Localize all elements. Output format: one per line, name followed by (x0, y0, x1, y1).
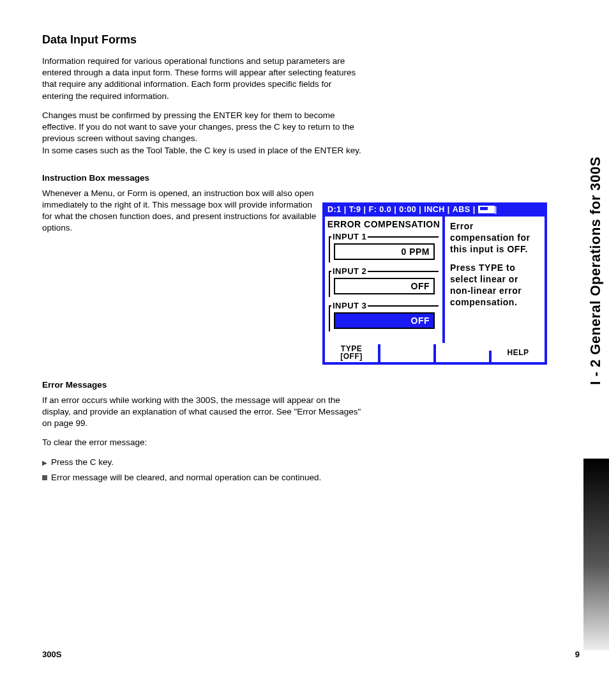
footer-model: 300S (42, 650, 61, 659)
status-f: F: 0.0 (366, 205, 395, 214)
softkey-empty[interactable] (380, 343, 433, 362)
input-3-field[interactable]: OFF (334, 312, 435, 329)
list-text: Press the C key. (51, 457, 351, 468)
input-2-group: INPUT 2 OFF (329, 266, 439, 297)
input-2-label: INPUT 2 (331, 266, 368, 276)
dro-status-bar: D:1| T:9| F: 0.0| 0:00| INCH| ABS| | (322, 202, 547, 217)
paragraph: If an error occurs while working with th… (42, 395, 361, 430)
square-bullet-icon (42, 472, 51, 483)
subheading-instruction-box: Instruction Box messages (42, 173, 400, 183)
instruction-text: Error compensation for this input is OFF… (450, 220, 539, 255)
input-1-label: INPUT 1 (331, 232, 368, 241)
input-1-field[interactable]: 0 PPM (334, 243, 435, 260)
status-d: D:1 (325, 205, 344, 214)
softkey-empty[interactable] (436, 343, 489, 362)
input-3-label: INPUT 3 (331, 301, 368, 310)
disk-icon (478, 206, 495, 213)
softkey-help[interactable]: HELP (492, 343, 545, 362)
side-tab-heading: I - 2 General Operations for 300S (587, 156, 604, 385)
status-time: 0:00 (396, 205, 419, 214)
status-mode: ABS (450, 205, 473, 214)
list-text: Error message will be cleared, and norma… (51, 472, 351, 483)
list-item: ▶ Press the C key. (42, 457, 400, 468)
dro-screenshot: D:1| T:9| F: 0.0| 0:00| INCH| ABS| | ERR… (322, 202, 547, 365)
paragraph: Changes must be confirmed by pressing th… (42, 110, 361, 156)
dro-form-panel: ERROR COMPENSATION INPUT 1 0 PPM INPUT 2… (325, 217, 442, 344)
input-2-field[interactable]: OFF (334, 278, 435, 294)
section-heading: Data Input Forms (42, 33, 400, 47)
input-1-group: INPUT 1 0 PPM (329, 232, 439, 262)
dro-instruction-box: Error compensation for this input is OFF… (445, 217, 545, 351)
footer-page-number: 9 (575, 650, 580, 659)
instruction-text: Press TYPE to select linear or non-linea… (450, 262, 539, 308)
paragraph: Information required for various operati… (42, 56, 361, 102)
input-3-group: INPUT 3 OFF (329, 301, 439, 331)
paragraph: To clear the error message: (42, 437, 361, 448)
subheading-error-messages: Error Messages (42, 380, 400, 390)
triangle-bullet-icon: ▶ (42, 457, 51, 468)
text: Changes must be confirmed by pressing th… (42, 110, 354, 143)
text: In some cases such as the Tool Table, th… (42, 146, 361, 155)
status-unit: INCH (421, 205, 447, 214)
softkey-sublabel: [OFF] (340, 353, 363, 360)
thumb-tab-gradient (583, 459, 609, 650)
list: ▶ Press the C key. Error message will be… (42, 457, 400, 483)
dro-form-title: ERROR COMPENSATION (325, 219, 442, 229)
dro-softkey-row: TYPE [OFF] HELP (322, 343, 547, 362)
paragraph: Whenever a Menu, or Form is opened, an i… (42, 188, 317, 234)
status-t: T:9 (347, 205, 364, 214)
list-item: Error message will be cleared, and norma… (42, 472, 400, 483)
softkey-type[interactable]: TYPE [OFF] (325, 343, 378, 362)
